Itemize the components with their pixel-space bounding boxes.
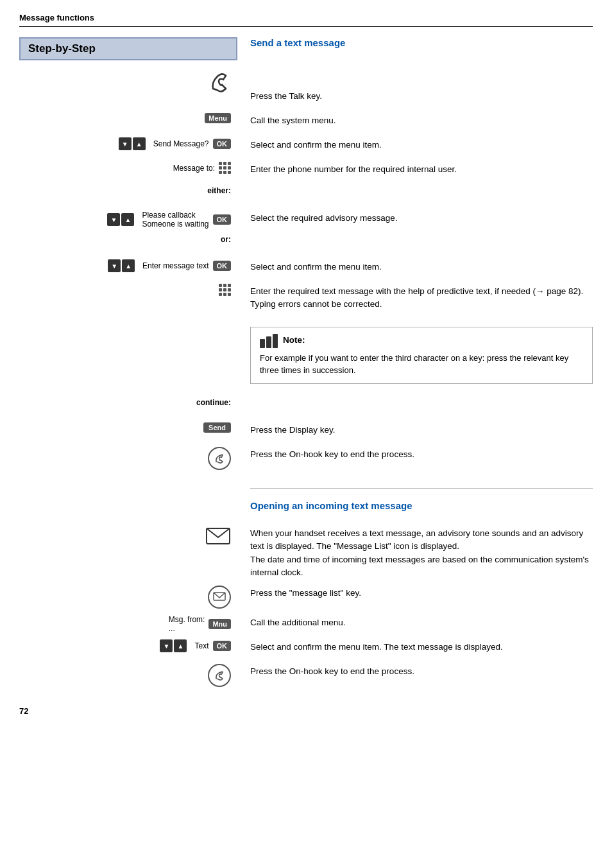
step-onhook1: Press the On-hook key to end the process… xyxy=(19,447,593,470)
down-arrow-3[interactable]: ▼ xyxy=(108,259,121,272)
callback-ok[interactable]: OK xyxy=(213,214,232,225)
step-by-step-panel: Step-by-Step xyxy=(19,37,237,71)
message-to-label: Message to: xyxy=(173,164,215,173)
enter-text-label: Enter message text xyxy=(142,261,208,270)
note-text: For example if you want to enter the thi… xyxy=(260,352,583,377)
note-bars-icon xyxy=(260,334,278,348)
section-divider xyxy=(250,488,593,489)
step-keypad2: Enter the required text message with the… xyxy=(19,284,593,311)
or-label: or: xyxy=(221,235,231,244)
nav-arrows-2: ▼ ▲ xyxy=(107,213,134,226)
step-send-text: Press the Display key. xyxy=(237,422,593,437)
nav-arrows-1: ▼ ▲ xyxy=(119,137,146,150)
section-divider-row: Opening an incoming text message xyxy=(19,476,593,520)
onhook-icon-1 xyxy=(208,447,231,470)
step-message-to-text: Enter the phone number for the required … xyxy=(237,162,593,176)
step-talk-key-right xyxy=(237,71,593,72)
page-header: Message functions xyxy=(19,13,593,27)
text-ok[interactable]: OK xyxy=(213,641,232,651)
step-onhook2: Press the On-hook key to end the process… xyxy=(19,664,593,687)
step-callback-text: Select the required advisory message. xyxy=(237,211,593,225)
nav-arrows-4: ▼ ▲ xyxy=(160,639,187,652)
step-envelope: When your handset receives a text messag… xyxy=(19,526,593,579)
callback-label: Please callbackSomeone is waiting xyxy=(142,211,208,229)
up-arrow-3[interactable]: ▲ xyxy=(122,259,135,272)
continue-label-row: continue: xyxy=(19,398,593,416)
or-label-row: or: xyxy=(19,235,593,253)
up-arrow-4[interactable]: ▲ xyxy=(174,639,187,652)
continue-label: continue: xyxy=(196,398,231,407)
note-box: Note: For example if you want to enter t… xyxy=(250,327,593,384)
step-msg-from-text: Call the additional menu. xyxy=(237,615,593,629)
menu-button[interactable]: Menu xyxy=(205,113,231,123)
down-arrow-2[interactable]: ▼ xyxy=(107,213,120,226)
msg-from-label: Msg. from:... xyxy=(169,615,205,633)
send-text-title: Send a text message xyxy=(250,37,593,48)
keypad-icon-2 xyxy=(219,284,231,296)
send-button[interactable]: Send xyxy=(203,422,231,433)
step-keypad2-text: Enter the required text message with the… xyxy=(237,284,593,311)
up-arrow-1[interactable]: ▲ xyxy=(133,137,146,150)
step-box-title: Step-by-Step xyxy=(28,42,96,55)
up-arrow-2[interactable]: ▲ xyxy=(121,213,134,226)
note-label: Note: xyxy=(283,334,305,347)
opening-text-title: Opening an incoming text message xyxy=(250,499,593,514)
note-row: Note: For example if you want to enter t… xyxy=(19,318,593,392)
step-enter-text-text: Select and confirm the menu item. xyxy=(237,259,593,273)
step-send-message-text: Select and confirm the menu item. xyxy=(237,137,593,152)
mnu-button[interactable]: Mnu xyxy=(208,619,231,629)
either-label: either: xyxy=(207,186,231,195)
onhook-icon-2 xyxy=(208,664,231,687)
step-onhook1-text: Press the On-hook key to end the process… xyxy=(237,447,593,461)
enter-text-ok[interactable]: OK xyxy=(213,261,232,271)
talk-key-icon xyxy=(208,71,231,94)
keypad-icon-1 xyxy=(219,162,231,174)
step-message-to: Message to: Enter the phone number for t… xyxy=(19,162,593,180)
step-msg-list: Press the "message list" key. xyxy=(19,586,593,609)
text-label: Text xyxy=(194,641,208,650)
step-msg-list-text: Press the "message list" key. xyxy=(237,586,593,600)
step-menu: Menu Call the system menu. xyxy=(19,113,593,131)
step-box-header: Step-by-Step xyxy=(19,37,237,60)
down-arrow-4[interactable]: ▼ xyxy=(160,639,173,652)
send-message-label: Send Message? xyxy=(153,139,209,148)
either-label-row: either: xyxy=(19,186,593,204)
step-talk-key-text: Press the Talk key. xyxy=(237,89,593,103)
page-footer: 72 xyxy=(19,706,593,716)
right-panel: Send a text message xyxy=(237,37,593,71)
step-onhook2-text: Press the On-hook key to end the process… xyxy=(237,664,593,678)
step-menu-text: Call the system menu. xyxy=(237,113,593,127)
step-envelope-text: When your handset receives a text messag… xyxy=(237,526,593,579)
envelope-icon xyxy=(205,526,231,546)
step-enter-text: ▼ ▲ Enter message text OK Select and con… xyxy=(19,259,593,277)
step-text-ok-text: Select and confirm the menu item. The te… xyxy=(237,639,593,654)
step-talk-key-left xyxy=(19,71,237,94)
send-message-ok[interactable]: OK xyxy=(213,139,232,149)
nav-arrows-3: ▼ ▲ xyxy=(108,259,135,272)
note-header: Note: xyxy=(260,334,583,348)
step-send-message: ▼ ▲ Send Message? OK Select and confirm … xyxy=(19,137,593,155)
step-msg-from: Msg. from:... Mnu Call the additional me… xyxy=(19,615,593,633)
step-callback: ▼ ▲ Please callbackSomeone is waiting OK… xyxy=(19,211,593,229)
step-send: Send Press the Display key. xyxy=(19,422,593,440)
msg-list-key-icon xyxy=(208,586,231,609)
down-arrow-1[interactable]: ▼ xyxy=(119,137,132,150)
step-text-ok: ▼ ▲ Text OK Select and confirm the menu … xyxy=(19,639,593,657)
